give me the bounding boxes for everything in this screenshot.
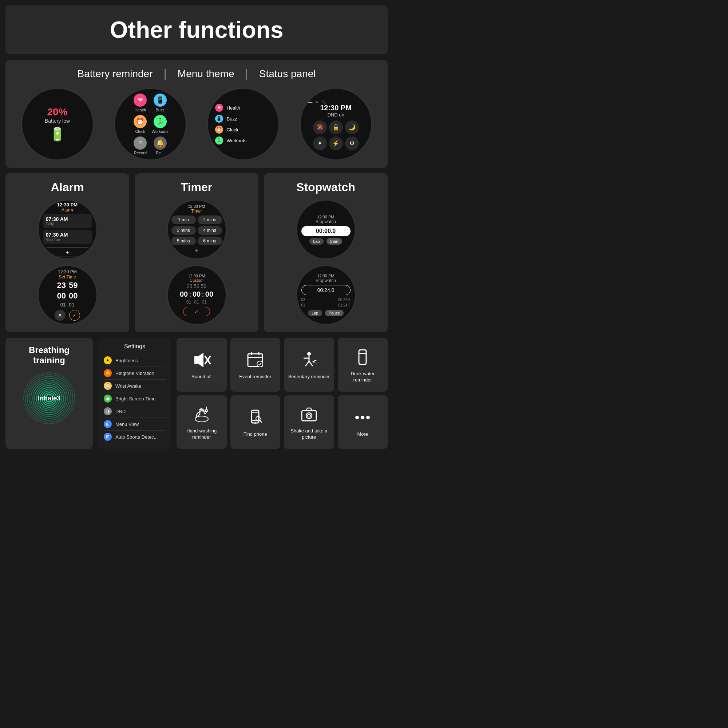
inhale-text: Inhale3 [38, 395, 60, 402]
find-phone-svg [246, 408, 264, 427]
digit-00-2: 00 [69, 291, 78, 301]
settime-time: 12:30 PM [42, 269, 93, 274]
stopwatch-card: Stopwatch 12:30 PM Stopwatch 00:00.0 Lap… [264, 173, 388, 332]
status-clock-dot: ⏰ [215, 125, 223, 134]
menu-item-buzz: 📱 Buzz [152, 93, 168, 112]
menu-item-health: ❤ Health [132, 93, 148, 112]
custom-confirm-button[interactable]: ✓ [183, 307, 210, 316]
buzz-label: Buzz [155, 108, 164, 112]
func-sound-off: Sound off [177, 338, 227, 392]
ringtone-label: Ringtone Vibration [115, 370, 154, 376]
stopwatch-title: Stopwatch [271, 180, 380, 194]
dnd-moon-icon: 🌙 [345, 121, 359, 134]
health-icon: ❤ [134, 93, 147, 107]
breathing-circle: Inhale3 [22, 371, 76, 425]
svg-point-43 [355, 416, 359, 419]
menu-grid: ❤ Health 📱 Buzz ⏰ Clock 🏃 Workouts ≡ [126, 88, 174, 161]
timer-4min[interactable]: 4 mins [198, 226, 222, 235]
alarm-watch2: 12:30 PM Set Time 23 59 00 00 01 01 [37, 265, 98, 325]
cancel-button[interactable]: ✕ [55, 310, 66, 321]
timer-5min[interactable]: 5 mins [171, 237, 196, 245]
alarm-content1: 12:30 PM Alarm 07:30 AM Daily 07:30 AM M… [38, 199, 96, 260]
stop-lap1: 03 00:24.5 [301, 297, 350, 303]
label-battery: Battery reminder [67, 68, 164, 80]
dnd-star-icon: ✦ [313, 136, 327, 150]
start-button[interactable]: Start [327, 238, 342, 245]
wrist-label: Wrist Awake [115, 383, 141, 389]
timer-6min[interactable]: 6 mins [198, 237, 222, 245]
custom-digits-bot: 01 01 01 [171, 300, 222, 305]
auto-sports-label: Auto Sports Detec... [115, 434, 158, 440]
stopwatch-watch1: 12:30 PM Stopwatch 00:00.0 Lap Start [296, 199, 356, 260]
status-workouts: 🏃 Workouts [215, 135, 271, 146]
more-icon [352, 407, 373, 428]
svg-point-31 [195, 416, 208, 422]
clock-icon: ⏰ [134, 115, 147, 128]
timer-plus[interactable]: + [171, 247, 222, 255]
confirm-button[interactable]: ✓ [69, 310, 80, 321]
lap-button1[interactable]: Lap [309, 238, 323, 245]
stop-content1: 12:30 PM Stopwatch 00:00.0 Lap Start [297, 210, 355, 249]
menu-view-label: Menu View [115, 422, 139, 427]
dnd-watch: ▬▬ ∞ 📞 12:30 PM DND on 🔕 🔒 🌙 ✦ ⚡ ⚙ [300, 88, 372, 161]
lap-button2[interactable]: Lap [308, 310, 322, 316]
alarm-time: 12:30 PM [43, 202, 92, 208]
func-find-phone: Find phone [230, 395, 281, 449]
settings-screen[interactable]: ◉ Bright Screen Time [104, 392, 166, 405]
feature-labels: Battery reminder | Menu theme | Status p… [13, 67, 380, 80]
alarm-entry1: 07:30 AM Daily [43, 214, 92, 228]
stop-time1: 12:30 PM [301, 215, 350, 219]
timer-time: 12:30 PM [171, 204, 222, 209]
svg-rect-40 [302, 411, 316, 421]
status-workouts-label: Workouts [227, 138, 247, 144]
auto-sports-icon: ⊞ [104, 433, 112, 441]
stop-display2: 00:24.0 [301, 285, 350, 295]
settime-label: Set Time [42, 274, 93, 280]
bottom-section: Breathing training Inhale3 Set [5, 338, 388, 449]
confirm-row: ✕ ✓ [42, 310, 93, 321]
battery-percent: 20% [47, 106, 67, 118]
svg-point-19 [257, 361, 263, 367]
bell-icon: 🔔 [154, 136, 167, 150]
page-title: Other functions [16, 16, 377, 43]
brightness-label: Brightness [115, 358, 138, 363]
event-reminder-label: Event reminder [239, 374, 271, 380]
svg-line-28 [313, 362, 316, 364]
settings-dnd[interactable]: ◑ DND [104, 405, 166, 418]
battery-icon: 🔋 [49, 127, 66, 142]
add-alarm-button[interactable]: + [43, 248, 92, 257]
workouts-icon: 🏃 [154, 115, 167, 128]
svg-point-42 [307, 414, 310, 417]
timer-3min[interactable]: 3 mins [171, 226, 196, 235]
alarm-card: Alarm 12:30 PM Alarm 07:30 AM Daily 07:3… [5, 173, 129, 332]
breathing-title: Breathing training [13, 345, 86, 366]
pause-button[interactable]: Pause [325, 310, 344, 316]
event-reminder-svg [246, 351, 264, 369]
status-health: ❤ Health [215, 102, 271, 113]
dnd-time: 12:30 PM [320, 104, 352, 112]
custom-digits-mid: 00 : 00 : 00 [171, 290, 222, 298]
dnd-settings-label: DND [115, 409, 125, 414]
settings-wrist[interactable]: ⌚ Wrist Awake [104, 380, 166, 392]
menu-theme-watch: ❤ Health 📱 Buzz ⏰ Clock 🏃 Workouts ≡ [114, 88, 187, 161]
timer-2min[interactable]: 2 mins [198, 216, 222, 224]
settings-brightness[interactable]: ✦ Brightness [104, 354, 166, 367]
alarm-entry1-time: 07:30 AM [46, 216, 89, 222]
handwash-icon [191, 403, 213, 425]
timer-1min[interactable]: 1 min [171, 216, 196, 224]
screen-icon: ◉ [104, 395, 112, 402]
func-camera: Shake and take a picture [284, 395, 334, 449]
custom-digits-top: 23 59 59 [171, 283, 222, 289]
func-handwash: Hand-washing reminder [177, 395, 227, 449]
clock-label: Clock [135, 129, 145, 134]
label-menu: Menu theme [167, 68, 245, 80]
drink-water-svg [353, 348, 372, 366]
ringtone-icon: 🔔 [104, 369, 112, 377]
settings-ringtone[interactable]: 🔔 Ringtone Vibration [104, 367, 166, 380]
camera-icon [298, 403, 320, 425]
event-reminder-icon [244, 349, 266, 371]
sedentary-label: Sedentary reminder [288, 374, 330, 380]
settings-auto-sports[interactable]: ⊞ Auto Sports Detec... [104, 431, 166, 444]
find-phone-icon [244, 407, 266, 428]
settings-menu-view[interactable]: ⊞ Menu View [104, 418, 166, 431]
